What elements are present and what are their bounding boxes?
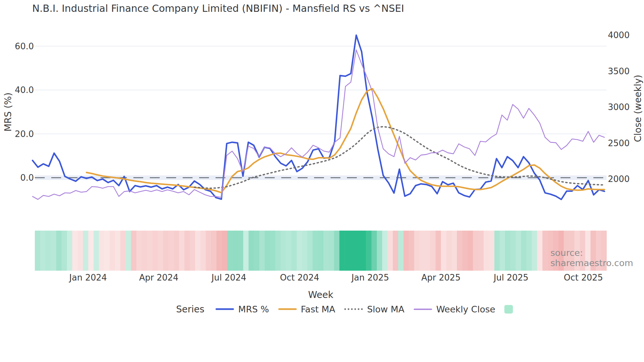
heatmap-strip-cell <box>441 231 447 271</box>
mrs-line <box>33 35 605 199</box>
x-tick-label: Oct 2025 <box>564 273 603 283</box>
heatmap-strip-cell <box>403 231 409 271</box>
y-left-tick-label: 20.0 <box>15 129 34 139</box>
heatmap-strip-cell <box>484 231 489 271</box>
heatmap-strip-cell <box>163 231 169 271</box>
heatmap-strip-cell <box>318 231 324 271</box>
x-tick-label: Apr 2024 <box>139 273 178 283</box>
heatmap-strip-cell <box>35 231 40 271</box>
heatmap-strip-cell <box>462 231 468 271</box>
heatmap-strip-cell <box>350 231 356 271</box>
heatmap-strip-cell <box>72 231 78 271</box>
heatmap-strip-cell <box>345 231 350 271</box>
heatmap-strip-cell <box>542 231 548 271</box>
heatmap-strip-cell <box>371 231 377 271</box>
chart-page: N.B.I. Industrial Finance Company Limite… <box>0 0 644 362</box>
heatmap-strip-cell <box>329 231 334 271</box>
heatmap-strip-cell <box>387 231 393 271</box>
y-axis-label-right: Close (weekly) <box>632 75 643 142</box>
legend-item-slow-ma[interactable]: Slow MA <box>344 304 404 314</box>
heatmap-strip-cell <box>307 231 313 271</box>
y-right-tick-label: 2000 <box>608 174 630 184</box>
heatmap-strip-cell <box>238 231 243 271</box>
heatmap-strip-cell <box>104 231 110 271</box>
heatmap-strip-cell <box>526 231 532 271</box>
heatmap-strip-cell <box>473 231 478 271</box>
heatmap-strip-cell <box>398 231 404 271</box>
heatmap-strip-cell <box>40 231 46 271</box>
heatmap-strip-cell <box>281 231 286 271</box>
heatmap-strip-cell <box>227 231 233 271</box>
heatmap-strip-cell <box>83 231 88 271</box>
legend-series-label: Series <box>176 304 204 315</box>
heatmap-strip-cell <box>147 231 152 271</box>
heatmap-strip-cell <box>291 231 297 271</box>
heatmap-strip-cell <box>430 231 436 271</box>
legend-item-label: MRS % <box>238 304 269 314</box>
heatmap-strip-cell <box>46 231 51 271</box>
legend: Series MRS % Fast MA Slow MA Weekly Clos… <box>176 304 517 315</box>
heatmap-strip-cell <box>51 231 57 271</box>
fast-ma-line-swatch-icon <box>278 308 297 310</box>
heatmap-strip-cell <box>339 231 345 271</box>
heatmap-strip-cell <box>131 231 137 271</box>
heatmap-strip-cell <box>489 231 494 271</box>
heatmap-strip-cell <box>264 231 270 271</box>
heatmap-strip-cell <box>233 231 238 271</box>
legend-item-fast-ma[interactable]: Fast MA <box>278 304 335 314</box>
slow-ma-dotted-swatch-icon <box>344 308 363 310</box>
y-left-tick-label: 40.0 <box>15 85 34 95</box>
x-axis-label: Week <box>308 289 334 300</box>
heatmap-strip-cell <box>516 231 521 271</box>
heatmap-strip-cell <box>297 231 302 271</box>
heatmap-strip-cell <box>206 231 211 271</box>
x-tick-label: Jan 2024 <box>69 273 107 283</box>
heatmap-strip-cell <box>334 231 340 271</box>
heatmap-strip-cell <box>136 231 142 271</box>
y-right-tick-label: 2500 <box>608 138 630 148</box>
heatmap-strip-cell <box>120 231 126 271</box>
heatmap-strip-cell <box>56 231 62 271</box>
y-right-tick-label: 3000 <box>608 102 630 112</box>
heatmap-strip-cell <box>521 231 527 271</box>
heatmap-strip-cell <box>200 231 206 271</box>
heatmap-strip-cell <box>190 231 196 271</box>
heatmap-strip-cell <box>259 231 265 271</box>
heatmap-strip-cell <box>356 231 361 271</box>
mrs-line-swatch-icon <box>216 308 234 310</box>
heatmap-strip-cell <box>179 231 185 271</box>
heatmap-strip-cell <box>468 231 473 271</box>
heatmap-strip-cell <box>302 231 308 271</box>
heatmap-strip-cell <box>286 231 291 271</box>
heatmap-strip-cell <box>195 231 201 271</box>
legend-item-weekly-close[interactable]: Weekly Close <box>414 304 495 314</box>
y-right-tick-label: 3500 <box>608 66 630 76</box>
heatmap-strip-cell <box>393 231 399 271</box>
legend-item-heatmap[interactable] <box>504 305 517 313</box>
legend-item-mrs[interactable]: MRS % <box>216 304 269 314</box>
x-tick-label: Jul 2025 <box>494 273 529 283</box>
heatmap-strip-cell <box>78 231 83 271</box>
heatmap-strip-cell <box>366 231 372 271</box>
x-tick-label: Oct 2024 <box>280 273 319 283</box>
heatmap-strip-cell <box>184 231 190 271</box>
heatmap-strip-cell <box>425 231 430 271</box>
heatmap-strip-cell <box>99 231 104 271</box>
heatmap-strip-cell <box>126 231 131 271</box>
legend-item-label: Fast MA <box>301 304 335 314</box>
heatmap-strip-cell <box>478 231 484 271</box>
heatmap-strip-cell <box>505 231 511 271</box>
heatmap-strip-cell <box>414 231 420 271</box>
heatmap-strip-cell <box>248 231 254 271</box>
heatmap-strip-cell <box>451 231 457 271</box>
x-tick-label: Jan 2025 <box>352 273 389 283</box>
source-note: source: sharemaestro.com <box>550 248 633 268</box>
y-left-tick-label: 0.0 <box>20 173 34 183</box>
heatmap-strip-cell <box>169 231 174 271</box>
heatmap-strip-cell <box>217 231 222 271</box>
weekly-close-line-swatch-icon <box>414 308 432 310</box>
heatmap-strip-cell <box>222 231 227 271</box>
heatmap-strip-cell <box>382 231 388 271</box>
heatmap-strip-cell <box>409 231 414 271</box>
heatmap-strip-cell <box>377 231 382 271</box>
